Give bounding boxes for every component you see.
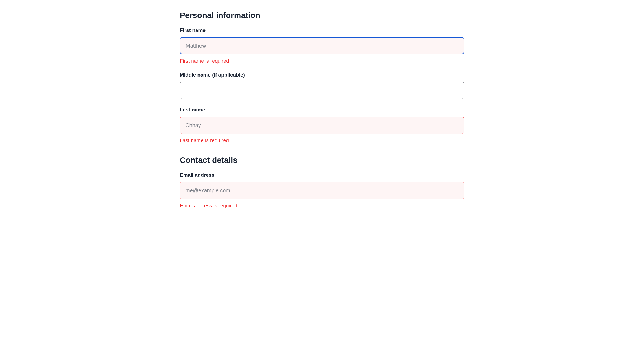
- contact-heading: Contact details: [180, 156, 464, 165]
- last-name-input[interactable]: [180, 117, 464, 134]
- middle-name-label: Middle name (if applicable): [180, 72, 464, 78]
- first-name-input[interactable]: [180, 37, 464, 54]
- last-name-field: Last name Last name is required: [180, 107, 464, 143]
- first-name-field: First name First name is required: [180, 27, 464, 64]
- middle-name-field: Middle name (if applicable): [180, 72, 464, 99]
- middle-name-input[interactable]: [180, 82, 464, 99]
- last-name-error: Last name is required: [180, 138, 464, 143]
- last-name-label: Last name: [180, 107, 464, 113]
- contact-details-section: Contact details Email address Email addr…: [180, 156, 464, 209]
- email-label: Email address: [180, 172, 464, 178]
- personal-heading: Personal information: [180, 11, 464, 20]
- email-field: Email address Email address is required: [180, 172, 464, 209]
- email-error: Email address is required: [180, 203, 464, 209]
- first-name-error: First name is required: [180, 58, 464, 64]
- first-name-label: First name: [180, 27, 464, 33]
- email-input[interactable]: [180, 182, 464, 199]
- personal-information-section: Personal information First name First na…: [180, 11, 464, 143]
- form-container: Personal information First name First na…: [174, 11, 470, 209]
